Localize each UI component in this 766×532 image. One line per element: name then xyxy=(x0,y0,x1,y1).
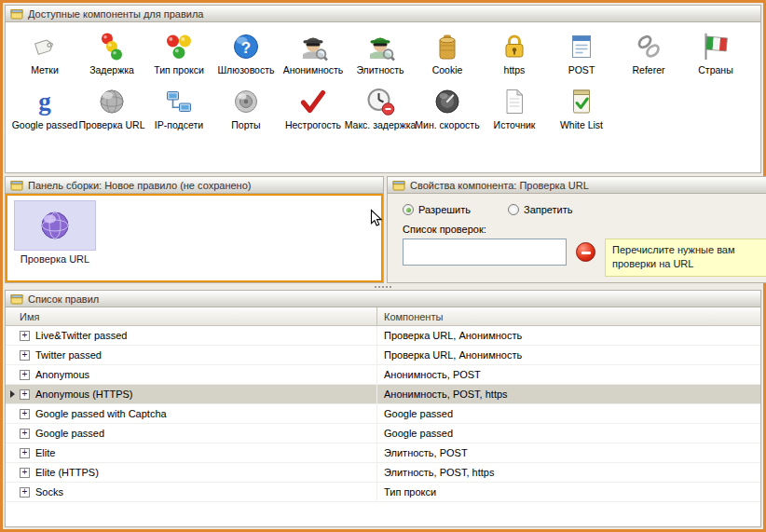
component-max-delay[interactable]: Макс. задержка xyxy=(347,87,414,130)
table-row[interactable]: Elite (HTTPS) Элитность, POST, https xyxy=(6,463,760,483)
splitter-handle[interactable] xyxy=(5,283,761,290)
component-url-check[interactable]: Проверка URL xyxy=(78,87,145,130)
column-header-components[interactable]: Компоненты xyxy=(377,307,760,325)
expand-icon[interactable] xyxy=(20,331,30,341)
ports-icon xyxy=(231,87,261,116)
expand-icon[interactable] xyxy=(20,429,30,439)
table-row-selected[interactable]: Anonymous (HTTPS) Анонимность, POST, htt… xyxy=(6,385,760,404)
post-document-icon xyxy=(567,32,596,61)
svg-text:g: g xyxy=(38,88,51,116)
table-row[interactable]: Live&Twitter passed Проверка URL, Аноним… xyxy=(6,326,760,346)
rule-name: Live&Twitter passed xyxy=(35,330,127,341)
component-referer[interactable]: Referer xyxy=(615,32,682,75)
expand-icon[interactable] xyxy=(20,350,30,361)
rule-name: Google passed xyxy=(35,428,104,439)
rule-components: Элитность, POST, https xyxy=(377,463,760,482)
build-item-url-check[interactable]: Проверка URL xyxy=(13,200,97,265)
radio-deny-label: Запретить xyxy=(524,204,573,215)
components-panel-title: Доступные компоненты для правила xyxy=(28,8,204,20)
rule-components: Элитность, POST xyxy=(377,443,760,462)
component-ip-subnets[interactable]: IP-подсети xyxy=(145,87,212,130)
chain-icon xyxy=(634,32,663,61)
expand-icon[interactable] xyxy=(20,487,30,498)
component-elite[interactable]: Элитность xyxy=(347,32,414,75)
colored-balls-icon xyxy=(164,32,194,61)
globe-gray-icon xyxy=(97,87,127,116)
rule-components: Проверка URL, Анонимность xyxy=(377,346,760,364)
expand-icon[interactable] xyxy=(20,409,30,419)
build-area[interactable]: Проверка URL xyxy=(6,194,383,282)
component-gateway[interactable]: ? Шлюзовость xyxy=(212,32,280,75)
flag-icon xyxy=(701,32,731,61)
component-nonstrict[interactable]: Нестрогость xyxy=(280,87,347,130)
cookie-jar-icon xyxy=(432,32,462,61)
expand-icon[interactable] xyxy=(20,468,30,478)
build-panel-title: Панель сборки: Новое правило (не сохране… xyxy=(28,180,251,191)
row-gutter xyxy=(6,463,19,482)
table-row[interactable]: Anonymous Анонимность, POST xyxy=(6,365,760,385)
rules-table-body: Live&Twitter passed Проверка URL, Аноним… xyxy=(6,326,760,526)
rule-name: Socks xyxy=(35,486,63,498)
table-row[interactable]: Elite Элитность, POST xyxy=(6,443,760,463)
globe-question-icon: ? xyxy=(231,32,261,61)
mouse-cursor xyxy=(370,209,383,227)
rule-components: Тип прокси xyxy=(377,483,760,501)
row-gutter xyxy=(6,404,19,423)
row-gutter xyxy=(6,385,19,403)
component-https[interactable]: https xyxy=(481,32,548,75)
component-cookie[interactable]: Cookie xyxy=(414,32,481,75)
lock-icon xyxy=(499,32,529,61)
components-panel-header: Доступные компоненты для правила xyxy=(6,6,760,22)
radio-deny[interactable]: Запретить xyxy=(508,204,573,215)
column-header-name[interactable]: Имя xyxy=(6,307,377,325)
svg-text:?: ? xyxy=(241,39,251,57)
checks-input[interactable] xyxy=(403,239,567,266)
radio-deny-dot xyxy=(508,204,519,215)
component-ports[interactable]: Порты xyxy=(212,87,280,130)
table-row[interactable]: Google passed Google passed xyxy=(6,424,760,443)
table-row[interactable]: Twitter passed Проверка URL, Анонимность xyxy=(6,346,760,365)
traffic-light-icon xyxy=(97,32,127,61)
app-window: Доступные компоненты для правила Метки З… xyxy=(0,0,766,532)
network-icon xyxy=(164,87,194,116)
rules-panel-title: Список правил xyxy=(28,293,99,305)
component-source[interactable]: Источник xyxy=(481,87,548,130)
radio-allow-dot xyxy=(403,204,414,215)
expand-icon[interactable] xyxy=(20,389,30,400)
component-anonymity[interactable]: Анонимность xyxy=(280,32,347,75)
hint-tooltip: Перечислите нужные вам проверки на URL xyxy=(605,239,766,277)
selected-tile xyxy=(14,200,96,251)
spy-icon xyxy=(298,32,328,61)
gauge-icon xyxy=(432,87,462,116)
expand-icon[interactable] xyxy=(20,370,30,380)
rule-name: Anonymous xyxy=(35,369,89,380)
row-gutter xyxy=(6,365,19,384)
component-min-speed[interactable]: Мин. скорость xyxy=(414,87,481,130)
expand-icon[interactable] xyxy=(20,448,30,458)
rule-name: Anonymous (HTTPS) xyxy=(35,389,133,400)
row-gutter xyxy=(6,346,19,364)
component-delay[interactable]: Задержка xyxy=(78,32,145,75)
panel-icon xyxy=(392,179,405,192)
component-countries[interactable]: Страны xyxy=(682,32,749,75)
current-row-marker-icon xyxy=(10,390,15,398)
build-panel-header: Панель сборки: Новое правило (не сохране… xyxy=(6,177,383,194)
remove-button[interactable] xyxy=(576,242,595,262)
rules-panel-header: Список правил xyxy=(6,291,760,307)
table-row[interactable]: Socks Тип прокси xyxy=(6,483,760,502)
component-proxy-type[interactable]: Тип прокси xyxy=(145,32,212,75)
splitter-dots-icon xyxy=(382,286,384,288)
rule-components: Google passed xyxy=(377,404,760,423)
rules-panel: Список правил Имя Компоненты Live&Twitte… xyxy=(5,290,761,527)
table-row[interactable]: Google passed with Captcha Google passed xyxy=(6,404,760,424)
component-tags[interactable]: Метки xyxy=(11,32,78,75)
build-item-label: Проверка URL xyxy=(13,253,97,265)
radio-allow[interactable]: Разрешить xyxy=(403,204,471,215)
rule-components: Проверка URL, Анонимность xyxy=(377,326,760,345)
properties-panel-header: Свойства компонента: Проверка URL xyxy=(388,177,766,194)
panel-icon xyxy=(10,293,23,306)
row-gutter xyxy=(6,483,19,501)
component-post[interactable]: POST xyxy=(548,32,615,75)
component-white-list[interactable]: White List xyxy=(548,87,615,130)
component-google-passed[interactable]: g Google passed xyxy=(11,87,78,130)
